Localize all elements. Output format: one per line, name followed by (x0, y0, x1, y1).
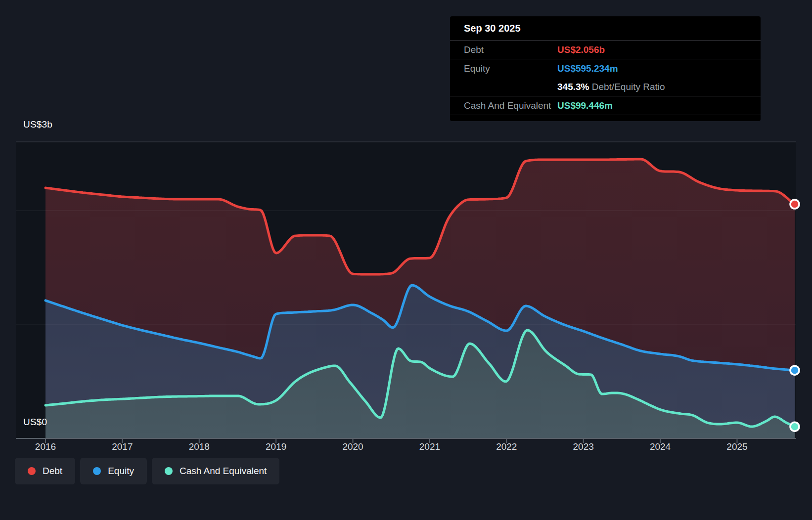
debt-legend-dot-icon (28, 467, 36, 475)
tooltip-debt-label: Debt (464, 44, 484, 55)
x-tick-label: 2018 (189, 441, 210, 452)
x-tick-label: 2017 (112, 441, 133, 452)
equity-legend-dot-icon (93, 467, 101, 475)
tooltip-row-cash: Cash And Equivalent US$99.446m (450, 96, 761, 115)
x-tick-label: 2019 (266, 441, 286, 452)
tooltip-debt-value: US$2.056b (557, 41, 605, 59)
legend-debt-label: Debt (43, 466, 62, 477)
debt-endpoint-marker (790, 200, 799, 209)
tooltip-row-ratio: 345.3% Debt/Equity Ratio (450, 78, 761, 96)
tooltip-row-debt: Debt US$2.056b (450, 41, 761, 59)
tooltip-cash-value: US$99.446m (557, 96, 613, 115)
x-tick-label: 2024 (650, 441, 671, 452)
tooltip-date: Sep 30 2025 (450, 16, 761, 41)
tooltip-ratio: 345.3% Debt/Equity Ratio (557, 78, 665, 96)
legend-item-debt[interactable]: Debt (15, 458, 75, 484)
cash-and-equivalent-endpoint-marker (790, 422, 799, 431)
tooltip-row-equity: Equity US$595.234m (450, 59, 761, 78)
x-tick-label: 2022 (496, 441, 517, 452)
legend-item-equity[interactable]: Equity (80, 458, 147, 484)
chart-legend: Debt Equity Cash And Equivalent (15, 458, 279, 484)
equity-endpoint-marker (790, 366, 799, 375)
tooltip-ratio-label: Debt/Equity Ratio (592, 82, 665, 92)
tooltip-equity-value: US$595.234m (557, 59, 618, 78)
x-tick-label: 2025 (726, 441, 747, 452)
tooltip-ratio-value: 345.3% (557, 82, 589, 92)
x-tick-label: 2021 (419, 441, 440, 452)
chart-tooltip: Sep 30 2025 Debt US$2.056b Equity US$595… (450, 16, 761, 121)
tooltip-cash-label: Cash And Equivalent (464, 100, 551, 111)
cash-legend-dot-icon (165, 467, 173, 475)
legend-item-cash[interactable]: Cash And Equivalent (152, 458, 279, 484)
x-tick-label: 2020 (342, 441, 363, 452)
x-tick-label: 2016 (35, 441, 56, 452)
legend-equity-label: Equity (108, 466, 134, 477)
tooltip-equity-label: Equity (464, 63, 490, 74)
y-axis-label-bottom: US$0 (23, 417, 47, 428)
legend-cash-label: Cash And Equivalent (180, 466, 267, 477)
x-tick-label: 2023 (573, 441, 594, 452)
y-axis-label-top: US$3b (23, 119, 52, 130)
